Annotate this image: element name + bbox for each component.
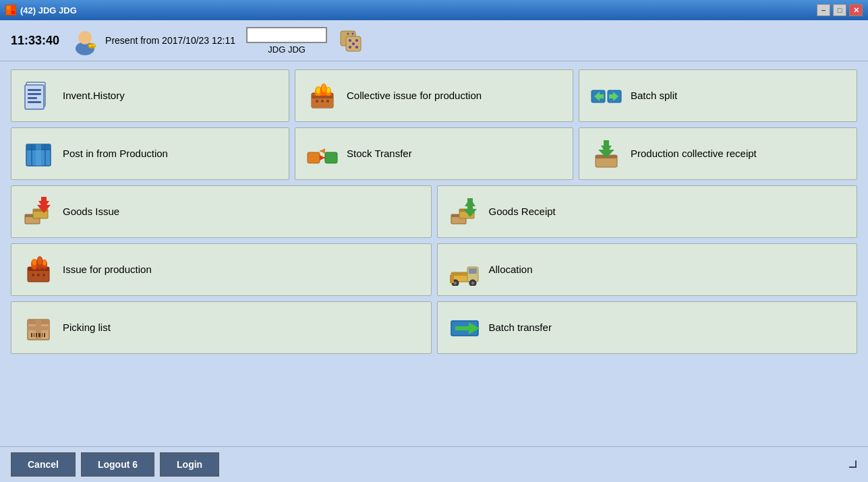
- user-section: Present from 2017/10/23 12:11: [70, 26, 235, 55]
- svg-point-13: [355, 39, 358, 42]
- batch-transfer-icon: [449, 311, 481, 344]
- svg-point-17: [347, 33, 349, 35]
- production-collective-label: Production collective receipt: [631, 148, 757, 160]
- issue-production-button[interactable]: Issue for production: [11, 243, 432, 296]
- stock-transfer-button[interactable]: Stock Transfer: [295, 127, 573, 180]
- svg-point-14: [352, 42, 355, 45]
- invent-history-label: Invent.History: [63, 90, 125, 102]
- svg-rect-25: [28, 93, 41, 95]
- svg-point-84: [37, 274, 40, 276]
- svg-rect-24: [28, 89, 41, 91]
- issue-production-icon: [22, 253, 55, 286]
- svg-point-85: [42, 274, 45, 276]
- clock-display: 11:33:40: [11, 34, 59, 48]
- username-label: JDG JDG: [268, 44, 306, 55]
- goods-receipt-button[interactable]: Goods Receipt: [437, 185, 858, 238]
- post-in-button[interactable]: Post in from Production: [11, 127, 289, 180]
- logout-button[interactable]: Logout 6: [81, 452, 154, 477]
- allocation-button[interactable]: Allocation: [437, 243, 858, 296]
- svg-rect-103: [42, 333, 42, 337]
- maximize-button[interactable]: □: [833, 4, 846, 16]
- row-2: Post in from Production Stock Transfer: [11, 127, 857, 180]
- collective-issue-label: Collective issue for production: [347, 90, 482, 102]
- svg-rect-49: [36, 144, 41, 166]
- invent-history-icon: [22, 80, 55, 112]
- post-in-label: Post in from Production: [63, 148, 168, 160]
- row-1: Invent.History: [11, 69, 857, 122]
- svg-point-93: [471, 282, 474, 284]
- batch-split-icon: [590, 80, 623, 112]
- svg-rect-100: [34, 333, 34, 337]
- cancel-button[interactable]: Cancel: [11, 452, 76, 477]
- production-collective-icon: [590, 138, 623, 170]
- svg-point-83: [32, 274, 34, 276]
- svg-point-39: [326, 100, 329, 102]
- goods-issue-button[interactable]: Goods Issue: [11, 185, 432, 238]
- svg-point-15: [349, 46, 351, 49]
- svg-rect-59: [604, 140, 609, 150]
- svg-rect-94: [450, 275, 454, 283]
- app-icon: [5, 5, 16, 16]
- batch-split-button[interactable]: Batch split: [579, 69, 857, 122]
- close-button[interactable]: ✕: [849, 4, 863, 16]
- svg-rect-66: [41, 197, 47, 205]
- svg-rect-9: [94, 44, 95, 47]
- footer: Cancel Logout 6 Login: [0, 446, 868, 482]
- picking-list-label: Picking list: [63, 322, 111, 334]
- svg-point-12: [349, 39, 351, 42]
- minimize-button[interactable]: –: [817, 4, 830, 16]
- picking-list-button[interactable]: Picking list: [11, 301, 432, 354]
- user-search-input[interactable]: [246, 27, 327, 43]
- login-button[interactable]: Login: [160, 452, 219, 477]
- svg-point-5: [78, 31, 92, 44]
- svg-rect-3: [11, 11, 15, 14]
- goods-issue-icon: [22, 195, 55, 228]
- allocation-icon: [449, 253, 481, 286]
- collective-issue-button[interactable]: Collective issue for production: [295, 69, 573, 122]
- svg-rect-101: [36, 333, 37, 337]
- svg-rect-98: [28, 326, 49, 330]
- goods-receipt-label: Goods Receipt: [489, 206, 556, 218]
- row-5: Picking list Batch transfer: [11, 301, 857, 354]
- header: 11:33:40 Present from 2017/10/23 12:11 J…: [0, 20, 868, 61]
- svg-rect-73: [467, 198, 473, 208]
- svg-rect-106: [455, 326, 469, 330]
- svg-point-78: [32, 259, 36, 266]
- row-4: Issue for production: [11, 243, 857, 296]
- goods-receipt-icon: [449, 195, 481, 228]
- svg-rect-99: [31, 333, 32, 337]
- svg-rect-104: [44, 333, 45, 337]
- batch-transfer-button[interactable]: Batch transfer: [437, 301, 858, 354]
- picking-list-icon: [22, 311, 55, 344]
- svg-rect-50: [308, 152, 320, 163]
- svg-rect-1: [11, 6, 15, 9]
- resize-icon: [841, 452, 857, 469]
- svg-point-37: [316, 100, 318, 102]
- user-input-group: JDG JDG: [246, 27, 327, 55]
- svg-point-38: [321, 100, 324, 102]
- svg-point-30: [316, 87, 320, 94]
- svg-point-92: [454, 282, 457, 284]
- batch-transfer-label: Batch transfer: [489, 322, 552, 334]
- svg-point-32: [322, 84, 326, 92]
- allocation-label: Allocation: [489, 264, 533, 276]
- user-avatar-icon: [70, 26, 100, 55]
- collective-issue-icon: [306, 80, 339, 112]
- svg-rect-36: [312, 96, 333, 98]
- goods-issue-label: Goods Issue: [63, 206, 119, 218]
- batch-split-label: Batch split: [631, 90, 677, 102]
- svg-rect-102: [38, 333, 40, 337]
- svg-rect-89: [469, 268, 477, 274]
- svg-point-16: [355, 46, 358, 49]
- title-bar: (42) JDG JDG – □ ✕: [0, 0, 868, 20]
- svg-rect-51: [325, 152, 337, 163]
- invent-history-button[interactable]: Invent.History: [11, 69, 289, 122]
- row-3: Goods Issue Goods Receipt: [11, 185, 857, 238]
- stock-transfer-icon: [306, 138, 339, 170]
- svg-point-7: [89, 44, 92, 48]
- post-in-icon: [22, 138, 55, 170]
- production-collective-button[interactable]: Production collective receipt: [579, 127, 857, 180]
- title-bar-left: (42) JDG JDG: [5, 5, 77, 16]
- svg-point-18: [352, 33, 354, 35]
- dice-icon: [338, 26, 368, 55]
